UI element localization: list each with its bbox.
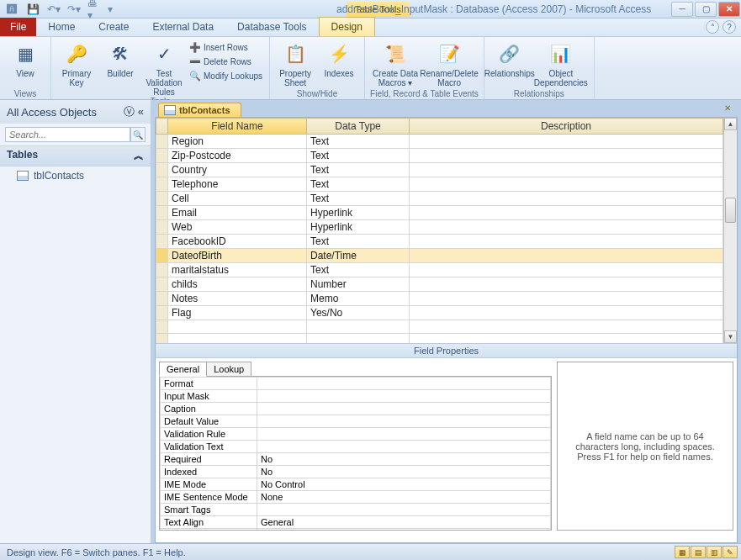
data-type-cell[interactable]: Text xyxy=(307,235,410,249)
row-selector[interactable] xyxy=(156,263,168,277)
row-selector[interactable] xyxy=(156,306,168,320)
field-name-cell[interactable]: Cell xyxy=(168,192,307,206)
pivot-table-view-icon[interactable]: ▤ xyxy=(691,546,706,558)
data-type-cell[interactable]: Text xyxy=(307,263,410,277)
rename-delete-macro-button[interactable]: 📝Rename/Delete Macro xyxy=(424,40,474,87)
grid-row[interactable]: maritalstatus Text xyxy=(156,263,723,277)
design-view-icon[interactable]: ✎ xyxy=(722,546,738,558)
description-cell[interactable] xyxy=(410,192,723,206)
grid-row[interactable]: DateofBirth Date/Time xyxy=(156,249,723,263)
description-header[interactable]: Description xyxy=(410,119,723,135)
property-row[interactable]: Text AlignGeneral xyxy=(161,516,551,529)
delete-rows-button[interactable]: ➖Delete Rows xyxy=(188,55,264,68)
database-tools-tab[interactable]: Database Tools xyxy=(225,18,319,36)
property-row[interactable]: Validation Rule xyxy=(161,428,551,441)
description-cell[interactable] xyxy=(410,306,723,320)
scroll-down-icon[interactable]: ▼ xyxy=(724,330,737,343)
property-value[interactable]: No Control xyxy=(257,478,551,491)
nav-dropdown-icon[interactable]: ⓥ « xyxy=(124,104,144,119)
grid-row[interactable] xyxy=(156,320,723,334)
row-selector[interactable] xyxy=(156,277,168,292)
nav-search-button[interactable]: 🔍 xyxy=(130,127,146,142)
field-name-cell[interactable]: Email xyxy=(168,206,307,220)
data-type-cell[interactable] xyxy=(307,320,410,334)
description-cell[interactable] xyxy=(410,149,723,163)
lookup-tab[interactable]: Lookup xyxy=(206,362,251,377)
data-type-cell[interactable]: Hyperlink xyxy=(307,206,410,220)
nav-item-tblcontacts[interactable]: tblContacts xyxy=(0,166,151,185)
field-name-cell[interactable]: Telephone xyxy=(168,177,307,192)
maximize-button[interactable]: ▢ xyxy=(695,2,717,17)
row-selector[interactable] xyxy=(156,192,168,206)
close-tab-icon[interactable]: ✕ xyxy=(724,103,736,115)
external-data-tab[interactable]: External Data xyxy=(140,18,225,36)
row-selector[interactable] xyxy=(156,220,168,235)
property-value[interactable]: No xyxy=(257,453,551,466)
description-cell[interactable] xyxy=(410,235,723,249)
property-value[interactable]: General xyxy=(257,516,551,529)
field-name-cell[interactable]: Web xyxy=(168,220,307,235)
row-selector[interactable] xyxy=(156,163,168,177)
data-type-cell[interactable]: Hyperlink xyxy=(307,220,410,235)
insert-rows-button[interactable]: ➕Insert Rows xyxy=(188,40,264,54)
row-selector[interactable] xyxy=(156,320,168,334)
property-row[interactable]: Input Mask xyxy=(161,390,551,403)
property-value[interactable] xyxy=(257,415,551,428)
indexes-button[interactable]: ⚡Indexes xyxy=(319,40,359,78)
undo-icon[interactable]: ↶▾ xyxy=(47,3,59,15)
field-name-cell[interactable] xyxy=(168,334,307,344)
property-sheet-button[interactable]: 📋Property Sheet xyxy=(275,40,315,87)
property-row[interactable]: Format xyxy=(161,378,551,390)
grid-row[interactable]: Zip-Postcode Text xyxy=(156,149,723,163)
data-type-cell[interactable]: Text xyxy=(307,192,410,206)
modify-lookups-button[interactable]: 🔍Modify Lookups xyxy=(188,69,264,82)
data-type-cell[interactable]: Yes/No xyxy=(307,306,410,320)
builder-button[interactable]: 🛠Builder xyxy=(100,40,140,78)
design-grid[interactable]: Field Name Data Type Description Region … xyxy=(156,118,723,343)
data-type-cell[interactable]: Number xyxy=(307,277,410,292)
property-value[interactable]: No xyxy=(257,466,551,478)
description-cell[interactable] xyxy=(410,277,723,292)
description-cell[interactable] xyxy=(410,163,723,177)
save-icon[interactable]: 💾 xyxy=(27,3,39,15)
grid-row[interactable]: Telephone Text xyxy=(156,177,723,192)
grid-row[interactable]: Flag Yes/No xyxy=(156,306,723,320)
property-row[interactable]: RequiredNo xyxy=(161,453,551,466)
row-selector[interactable] xyxy=(156,206,168,220)
field-name-cell[interactable]: Flag xyxy=(168,306,307,320)
description-cell[interactable] xyxy=(410,220,723,235)
create-tab[interactable]: Create xyxy=(87,18,140,36)
data-type-cell[interactable]: Memo xyxy=(307,292,410,306)
property-row[interactable]: IME Sentence ModeNone xyxy=(161,491,551,504)
property-value[interactable] xyxy=(257,441,551,453)
property-value[interactable] xyxy=(257,378,551,390)
data-type-cell[interactable] xyxy=(307,334,410,344)
field-name-cell[interactable]: Zip-Postcode xyxy=(168,149,307,163)
nav-header[interactable]: All Access Objects ⓥ « xyxy=(0,100,151,124)
property-grid[interactable]: FormatInput MaskCaptionDefault ValueVali… xyxy=(159,376,552,531)
scroll-up-icon[interactable]: ▲ xyxy=(724,118,737,130)
description-cell[interactable] xyxy=(410,249,723,263)
grid-row[interactable]: Email Hyperlink xyxy=(156,206,723,220)
description-cell[interactable] xyxy=(410,320,723,334)
row-selector-header[interactable] xyxy=(156,119,168,135)
help-icon[interactable]: ? xyxy=(722,20,736,34)
grid-row[interactable]: Notes Memo xyxy=(156,292,723,306)
print-icon[interactable]: 🖶▾ xyxy=(87,3,99,15)
file-tab[interactable]: File xyxy=(0,18,36,36)
field-name-cell[interactable]: FacebookID xyxy=(168,235,307,249)
row-selector[interactable] xyxy=(156,249,168,263)
object-dependencies-button[interactable]: 📊Object Dependencies xyxy=(533,40,589,87)
grid-row[interactable]: Web Hyperlink xyxy=(156,220,723,235)
minimize-button[interactable]: ─ xyxy=(671,2,693,17)
grid-row[interactable]: Country Text xyxy=(156,163,723,177)
create-data-macros-button[interactable]: 📜Create Data Macros ▾ xyxy=(370,40,421,87)
description-cell[interactable] xyxy=(410,263,723,277)
data-type-cell[interactable]: Text xyxy=(307,163,410,177)
row-selector[interactable] xyxy=(156,334,168,344)
property-row[interactable]: Smart Tags xyxy=(161,504,551,516)
field-name-cell[interactable]: DateofBirth xyxy=(168,249,307,263)
view-button[interactable]: ▦ View xyxy=(5,40,45,78)
property-value[interactable]: None xyxy=(257,491,551,504)
description-cell[interactable] xyxy=(410,292,723,306)
